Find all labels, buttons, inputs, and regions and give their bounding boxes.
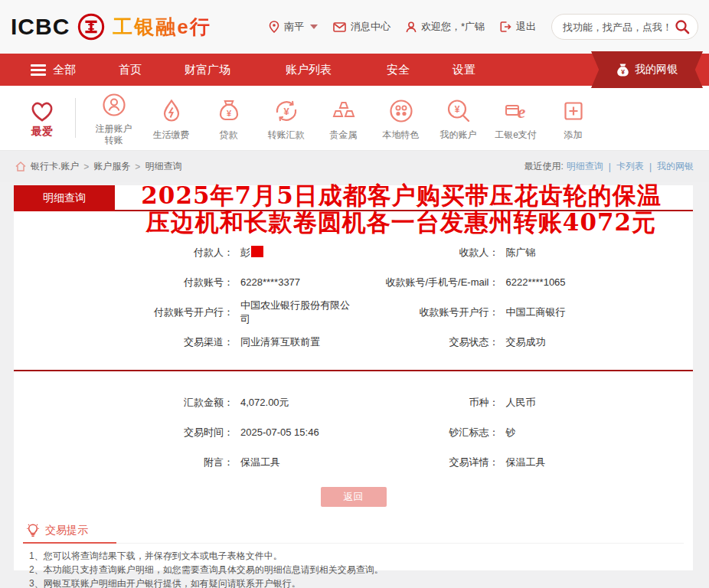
- back-button[interactable]: 返回: [321, 487, 387, 507]
- breadcrumb-bar: 银行卡.账户 > 账户服务 > 明细查询 最近使用: 明细查询 | 卡列表 | …: [0, 151, 709, 182]
- quick-access-row: 最爱 注册账户转账 生活缴费 ¥ 贷款 ¥ 转账汇款: [0, 86, 709, 151]
- detail-row-banks: 付款账号开户行： 中国农业银行股份有限公司 收款账号开户行： 中国工商银行: [14, 297, 693, 327]
- divider: |: [649, 162, 652, 172]
- detail-row-accounts: 付款账号： 6228****3377 收款账号/手机号/E-mail： 6222…: [14, 267, 693, 297]
- currency: 人民币: [506, 396, 536, 410]
- detail-row-time-flag: 交易时间： 2025-07-05 15:46 钞汇标志： 钞: [14, 417, 693, 447]
- svg-text:¥: ¥: [454, 104, 459, 115]
- local-features-icon: [372, 96, 430, 126]
- hamburger-menu-icon: [31, 62, 46, 78]
- search-input[interactable]: [563, 21, 675, 33]
- favorites-button[interactable]: 最爱: [14, 97, 70, 139]
- nav-item-home[interactable]: 首页: [119, 63, 142, 77]
- redaction-block: [251, 246, 263, 257]
- field-label: 汇款金额：: [14, 396, 234, 410]
- detail-row-memo-detail: 附言： 保温工具 交易详情： 保温工具: [14, 447, 693, 477]
- nav-item-account-list[interactable]: 账户列表: [286, 63, 332, 77]
- chevron-down-icon: [310, 24, 318, 29]
- heart-icon: [14, 97, 70, 123]
- breadcrumb-separator: >: [135, 162, 140, 172]
- quick-item-label: 转账汇款: [257, 129, 315, 141]
- nav-label: 全部: [53, 63, 76, 77]
- field-label: 付款账号开户行：: [14, 305, 234, 319]
- quick-item-loan[interactable]: ¥ 贷款: [200, 96, 257, 141]
- detail-row-amount-currency: 汇款金额： 4,072.00元 币种： 人民币: [14, 387, 693, 417]
- location-selector[interactable]: 南平: [269, 20, 318, 34]
- search-icon[interactable]: [675, 19, 690, 34]
- epay-icon: e: [487, 96, 544, 126]
- detail-row-payer: 付款人： 彭 收款人： 陈广锦: [14, 237, 693, 267]
- tab-detail-query[interactable]: 明细查询: [14, 185, 115, 211]
- money-bag-icon: ¥: [616, 63, 629, 77]
- nav-item-settings[interactable]: 设置: [453, 63, 475, 77]
- quick-item-label: 生活缴费: [142, 129, 200, 141]
- quick-item-label: 本地特色: [372, 129, 430, 141]
- logout-label: 退出: [516, 20, 536, 34]
- tab-row: 明细查询: [14, 185, 693, 211]
- brand-name: 工银融e行: [113, 14, 211, 41]
- add-icon: [544, 96, 602, 126]
- field-label: 交易时间：: [14, 426, 234, 439]
- payer-name: 彭: [240, 246, 263, 260]
- main-nav: 全部 首页 财富广场 账户列表 安全 设置 ¥ 我的网银: [0, 54, 709, 86]
- quick-item-label: 贷款: [200, 129, 257, 141]
- field-label: 附言：: [14, 456, 234, 469]
- payee-account: 6222****1065: [506, 276, 566, 288]
- tip-item: 2、本功能只支持查询账户明细，如您需要查询具体交易的明细信息请到相关交易查询。: [29, 564, 684, 577]
- nav-item-wealth-plaza[interactable]: 财富广场: [185, 63, 230, 77]
- loan-icon: ¥: [200, 96, 257, 126]
- transfer-remit-icon: ¥: [257, 96, 315, 126]
- quick-item-register-transfer[interactable]: 注册账户转账: [85, 90, 142, 146]
- message-center-link[interactable]: 消息中心: [333, 20, 390, 34]
- transaction-tips: 交易提示 1、您可以将查询结果下载，并保存到文本或电子表格文件中。 2、本功能只…: [14, 523, 693, 588]
- quick-item-label: 贵金属: [315, 129, 372, 141]
- my-account-icon: ¥: [430, 96, 487, 126]
- quick-item-precious-metals[interactable]: 贵金属: [315, 96, 372, 141]
- recent-link-detail-query[interactable]: 明细查询: [567, 160, 603, 173]
- recent-link-my-ebank[interactable]: 我的网银: [657, 160, 694, 173]
- location-pin-icon: [269, 21, 279, 33]
- quick-item-add[interactable]: 添加: [544, 96, 602, 141]
- register-transfer-icon: [85, 90, 142, 120]
- quick-item-transfer-remit[interactable]: ¥ 转账汇款: [257, 96, 315, 141]
- field-label: 交易渠道：: [14, 335, 234, 349]
- welcome-label: 欢迎您，*广锦: [421, 20, 485, 34]
- quick-item-epay[interactable]: e 工银e支付: [487, 96, 544, 141]
- my-ebank-label: 我的网银: [635, 63, 678, 77]
- quick-item-label: 我的账户: [430, 129, 487, 141]
- icbc-logo-text: ICBC: [11, 14, 70, 40]
- favorites-label: 最爱: [14, 125, 70, 139]
- envelope-icon: [333, 22, 346, 32]
- nav-item-all[interactable]: 全部: [31, 62, 76, 78]
- divider: |: [609, 162, 611, 172]
- home-icon[interactable]: [15, 162, 26, 172]
- tips-list: 1、您可以将查询结果下载，并保存到文本或电子表格文件中。 2、本功能只支持查询账…: [23, 550, 684, 588]
- quick-item-life-payment[interactable]: 生活缴费: [142, 96, 200, 141]
- breadcrumb-separator: >: [83, 162, 89, 172]
- svg-text:¥: ¥: [283, 105, 289, 116]
- breadcrumb-bank-card-account[interactable]: 银行卡.账户: [31, 160, 79, 173]
- recent-link-card-list[interactable]: 卡列表: [616, 160, 644, 173]
- svg-text:¥: ¥: [226, 108, 231, 117]
- my-ebank-ribbon[interactable]: ¥ 我的网银: [591, 51, 703, 88]
- field-label: 付款账号：: [14, 276, 234, 289]
- welcome-user[interactable]: 欢迎您，*广锦: [406, 20, 485, 34]
- transaction-details: 付款人： 彭 收款人： 陈广锦 付款账号： 6228****3377 收款账号/…: [14, 237, 693, 477]
- quick-item-local-features[interactable]: 本地特色: [372, 96, 430, 141]
- precious-metals-icon: [315, 96, 372, 126]
- field-label: 交易状态：: [354, 335, 499, 349]
- icbc-ebank-page: ICBC 工银融e行 南平: [0, 0, 709, 588]
- quick-item-label: 注册账户转账: [92, 123, 136, 146]
- nav-item-security[interactable]: 安全: [387, 63, 410, 77]
- tips-title: 交易提示: [45, 524, 88, 537]
- breadcrumb-account-services[interactable]: 账户服务: [93, 160, 130, 173]
- transaction-status: 交易成功: [506, 335, 546, 349]
- quick-item-my-account[interactable]: ¥ 我的账户: [430, 96, 487, 141]
- annotation-line2: 压边机和长款卷圆机各一台发惠州转账4072元: [112, 209, 691, 236]
- logout-button[interactable]: 退出: [500, 20, 536, 34]
- payee-bank: 中国工商银行: [506, 305, 566, 319]
- search-box: [551, 14, 698, 40]
- payer-account: 6228****3377: [240, 276, 300, 288]
- divider: [75, 98, 76, 138]
- nav-label: 安全: [387, 63, 410, 77]
